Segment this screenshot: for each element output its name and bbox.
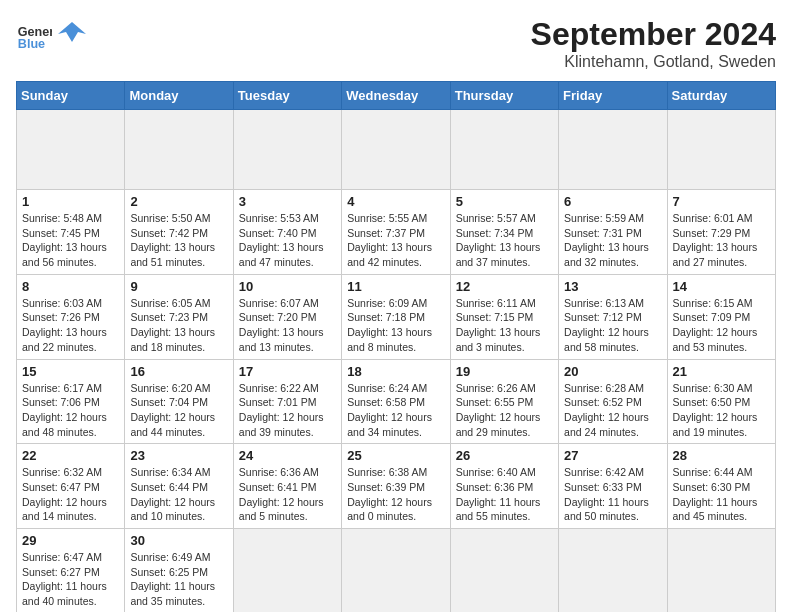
- day-info: Sunrise: 6:24 AMSunset: 6:58 PMDaylight:…: [347, 381, 444, 440]
- weekday-friday: Friday: [559, 82, 667, 110]
- calendar-cell: 16Sunrise: 6:20 AMSunset: 7:04 PMDayligh…: [125, 359, 233, 444]
- day-number: 16: [130, 364, 227, 379]
- calendar-body: 1Sunrise: 5:48 AMSunset: 7:45 PMDaylight…: [17, 110, 776, 613]
- weekday-thursday: Thursday: [450, 82, 558, 110]
- calendar-cell: 11Sunrise: 6:09 AMSunset: 7:18 PMDayligh…: [342, 274, 450, 359]
- day-number: 6: [564, 194, 661, 209]
- day-number: 10: [239, 279, 336, 294]
- day-number: 8: [22, 279, 119, 294]
- calendar-cell: 22Sunrise: 6:32 AMSunset: 6:47 PMDayligh…: [17, 444, 125, 529]
- calendar-cell: 23Sunrise: 6:34 AMSunset: 6:44 PMDayligh…: [125, 444, 233, 529]
- day-number: 9: [130, 279, 227, 294]
- calendar-cell: [233, 110, 341, 190]
- calendar-cell: [450, 110, 558, 190]
- calendar-cell: [667, 529, 775, 613]
- day-info: Sunrise: 6:30 AMSunset: 6:50 PMDaylight:…: [673, 381, 770, 440]
- day-info: Sunrise: 6:17 AMSunset: 7:06 PMDaylight:…: [22, 381, 119, 440]
- calendar-cell: 13Sunrise: 6:13 AMSunset: 7:12 PMDayligh…: [559, 274, 667, 359]
- svg-marker-3: [58, 22, 86, 42]
- day-number: 22: [22, 448, 119, 463]
- day-info: Sunrise: 6:26 AMSunset: 6:55 PMDaylight:…: [456, 381, 553, 440]
- day-info: Sunrise: 6:01 AMSunset: 7:29 PMDaylight:…: [673, 211, 770, 270]
- calendar-cell: 1Sunrise: 5:48 AMSunset: 7:45 PMDaylight…: [17, 190, 125, 275]
- day-info: Sunrise: 5:57 AMSunset: 7:34 PMDaylight:…: [456, 211, 553, 270]
- page-title: September 2024: [531, 16, 776, 53]
- day-info: Sunrise: 6:13 AMSunset: 7:12 PMDaylight:…: [564, 296, 661, 355]
- day-info: Sunrise: 6:36 AMSunset: 6:41 PMDaylight:…: [239, 465, 336, 524]
- day-number: 1: [22, 194, 119, 209]
- calendar-cell: 28Sunrise: 6:44 AMSunset: 6:30 PMDayligh…: [667, 444, 775, 529]
- day-info: Sunrise: 5:50 AMSunset: 7:42 PMDaylight:…: [130, 211, 227, 270]
- day-info: Sunrise: 5:48 AMSunset: 7:45 PMDaylight:…: [22, 211, 119, 270]
- day-number: 21: [673, 364, 770, 379]
- day-number: 5: [456, 194, 553, 209]
- day-info: Sunrise: 6:44 AMSunset: 6:30 PMDaylight:…: [673, 465, 770, 524]
- day-number: 28: [673, 448, 770, 463]
- calendar-cell: [342, 110, 450, 190]
- calendar-cell: 6Sunrise: 5:59 AMSunset: 7:31 PMDaylight…: [559, 190, 667, 275]
- page-subtitle: Klintehamn, Gotland, Sweden: [531, 53, 776, 71]
- day-info: Sunrise: 6:15 AMSunset: 7:09 PMDaylight:…: [673, 296, 770, 355]
- day-info: Sunrise: 5:55 AMSunset: 7:37 PMDaylight:…: [347, 211, 444, 270]
- calendar-week-1: 1Sunrise: 5:48 AMSunset: 7:45 PMDaylight…: [17, 190, 776, 275]
- day-number: 7: [673, 194, 770, 209]
- weekday-wednesday: Wednesday: [342, 82, 450, 110]
- calendar-cell: 21Sunrise: 6:30 AMSunset: 6:50 PMDayligh…: [667, 359, 775, 444]
- day-number: 30: [130, 533, 227, 548]
- day-info: Sunrise: 6:38 AMSunset: 6:39 PMDaylight:…: [347, 465, 444, 524]
- day-info: Sunrise: 6:11 AMSunset: 7:15 PMDaylight:…: [456, 296, 553, 355]
- day-info: Sunrise: 6:28 AMSunset: 6:52 PMDaylight:…: [564, 381, 661, 440]
- day-number: 17: [239, 364, 336, 379]
- day-info: Sunrise: 6:20 AMSunset: 7:04 PMDaylight:…: [130, 381, 227, 440]
- calendar-week-5: 29Sunrise: 6:47 AMSunset: 6:27 PMDayligh…: [17, 529, 776, 613]
- day-info: Sunrise: 6:07 AMSunset: 7:20 PMDaylight:…: [239, 296, 336, 355]
- day-info: Sunrise: 6:09 AMSunset: 7:18 PMDaylight:…: [347, 296, 444, 355]
- day-info: Sunrise: 6:42 AMSunset: 6:33 PMDaylight:…: [564, 465, 661, 524]
- day-number: 26: [456, 448, 553, 463]
- day-info: Sunrise: 6:49 AMSunset: 6:25 PMDaylight:…: [130, 550, 227, 609]
- title-block: September 2024 Klintehamn, Gotland, Swed…: [531, 16, 776, 71]
- calendar-cell: 15Sunrise: 6:17 AMSunset: 7:06 PMDayligh…: [17, 359, 125, 444]
- day-info: Sunrise: 6:32 AMSunset: 6:47 PMDaylight:…: [22, 465, 119, 524]
- calendar-table: SundayMondayTuesdayWednesdayThursdayFrid…: [16, 81, 776, 612]
- calendar-cell: [125, 110, 233, 190]
- calendar-cell: 17Sunrise: 6:22 AMSunset: 7:01 PMDayligh…: [233, 359, 341, 444]
- calendar-cell: [559, 529, 667, 613]
- day-number: 4: [347, 194, 444, 209]
- day-number: 14: [673, 279, 770, 294]
- calendar-cell: 8Sunrise: 6:03 AMSunset: 7:26 PMDaylight…: [17, 274, 125, 359]
- day-number: 13: [564, 279, 661, 294]
- weekday-saturday: Saturday: [667, 82, 775, 110]
- calendar-cell: 7Sunrise: 6:01 AMSunset: 7:29 PMDaylight…: [667, 190, 775, 275]
- day-info: Sunrise: 6:40 AMSunset: 6:36 PMDaylight:…: [456, 465, 553, 524]
- calendar-week-4: 22Sunrise: 6:32 AMSunset: 6:47 PMDayligh…: [17, 444, 776, 529]
- logo-icon: General Blue: [16, 16, 52, 52]
- page-header: General Blue September 2024 Klintehamn, …: [16, 16, 776, 71]
- calendar-cell: 10Sunrise: 6:07 AMSunset: 7:20 PMDayligh…: [233, 274, 341, 359]
- calendar-week-2: 8Sunrise: 6:03 AMSunset: 7:26 PMDaylight…: [17, 274, 776, 359]
- day-number: 20: [564, 364, 661, 379]
- svg-text:Blue: Blue: [18, 37, 45, 51]
- logo: General Blue: [16, 16, 86, 52]
- day-number: 18: [347, 364, 444, 379]
- calendar-cell: 30Sunrise: 6:49 AMSunset: 6:25 PMDayligh…: [125, 529, 233, 613]
- weekday-tuesday: Tuesday: [233, 82, 341, 110]
- day-number: 25: [347, 448, 444, 463]
- calendar-cell: 26Sunrise: 6:40 AMSunset: 6:36 PMDayligh…: [450, 444, 558, 529]
- calendar-cell: 25Sunrise: 6:38 AMSunset: 6:39 PMDayligh…: [342, 444, 450, 529]
- weekday-header-row: SundayMondayTuesdayWednesdayThursdayFrid…: [17, 82, 776, 110]
- calendar-cell: 20Sunrise: 6:28 AMSunset: 6:52 PMDayligh…: [559, 359, 667, 444]
- calendar-header: SundayMondayTuesdayWednesdayThursdayFrid…: [17, 82, 776, 110]
- day-number: 3: [239, 194, 336, 209]
- calendar-cell: 27Sunrise: 6:42 AMSunset: 6:33 PMDayligh…: [559, 444, 667, 529]
- calendar-cell: [450, 529, 558, 613]
- day-info: Sunrise: 6:22 AMSunset: 7:01 PMDaylight:…: [239, 381, 336, 440]
- calendar-cell: 24Sunrise: 6:36 AMSunset: 6:41 PMDayligh…: [233, 444, 341, 529]
- calendar-cell: [233, 529, 341, 613]
- logo-bird-icon: [58, 20, 86, 48]
- day-number: 11: [347, 279, 444, 294]
- day-number: 23: [130, 448, 227, 463]
- calendar-cell: 9Sunrise: 6:05 AMSunset: 7:23 PMDaylight…: [125, 274, 233, 359]
- calendar-cell: [667, 110, 775, 190]
- day-number: 15: [22, 364, 119, 379]
